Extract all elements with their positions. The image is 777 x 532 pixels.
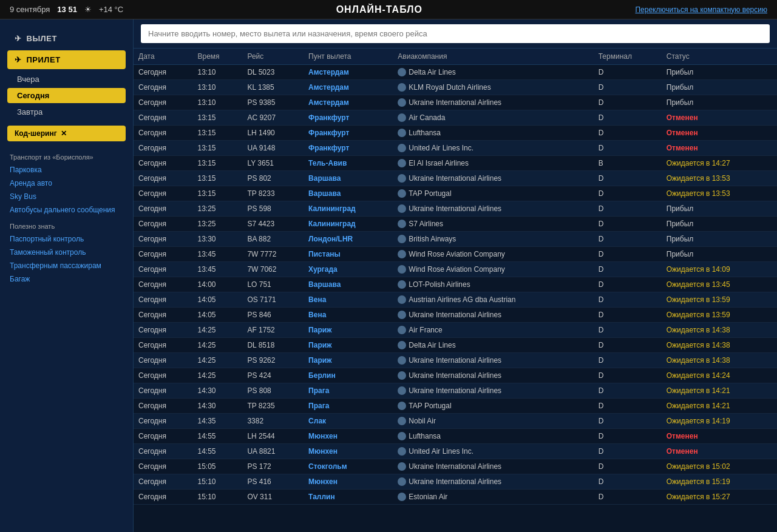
table-cell: UA 9148 (242, 141, 304, 156)
table-cell: Сегодня (134, 323, 192, 338)
table-cell: Ожидается в 14:38 (662, 353, 777, 368)
table-row[interactable]: Сегодня14:30PS 808ПрагаUkraine Internati… (134, 383, 777, 399)
table-row[interactable]: Сегодня13:25PS 598КалининградUkraine Int… (134, 201, 777, 217)
table-cell: Ожидается в 15:02 (662, 459, 777, 474)
arrival-button[interactable]: ✈ ПРИЛЕТ (7, 50, 126, 69)
table-row[interactable]: Сегодня14:55UA 8821МюнхенUnited Air Line… (134, 444, 777, 459)
airline-icon (398, 371, 406, 380)
table-cell: Сегодня (134, 383, 192, 399)
table-row[interactable]: Сегодня14:25AF 1752ПарижAir FranceDОжида… (134, 323, 777, 338)
table-cell: D (594, 171, 662, 186)
table-row[interactable]: Сегодня15:05PS 172СтокгольмUkraine Inter… (134, 459, 777, 474)
table-row[interactable]: Сегодня14:05OS 7171ВенаAustrian Airlines… (134, 292, 777, 308)
day-button[interactable]: Вчера (7, 72, 126, 87)
table-row[interactable]: Сегодня14:05PS 846ВенаUkraine Internatio… (134, 308, 777, 323)
info-link[interactable]: Таможенный контроль (0, 246, 133, 259)
table-cell: D (594, 459, 662, 474)
table-row[interactable]: Сегодня13:15TP 8233ВаршаваTAP PortugalDО… (134, 186, 777, 201)
table-row[interactable]: Сегодня14:00LO 751ВаршаваLOT-Polish Airl… (134, 277, 777, 292)
transport-section-title: Транспорт из «Борисполя» (0, 147, 133, 163)
table-row[interactable]: Сегодня13:457W 7062ХургадаWind Rose Avia… (134, 262, 777, 277)
table-row[interactable]: Сегодня13:15PS 802ВаршаваUkraine Interna… (134, 171, 777, 186)
info-link[interactable]: Трансферным пассажирам (0, 259, 133, 272)
table-cell: Стокгольм (304, 459, 393, 474)
table-row[interactable]: Сегодня14:353382СлакNobil AirDОжидается … (134, 414, 777, 429)
table-cell: Ожидается в 13:53 (662, 171, 777, 186)
table-cell: United Air Lines Inc. (393, 141, 593, 156)
table-row[interactable]: Сегодня14:25PS 424БерлинUkraine Internat… (134, 368, 777, 383)
table-cell: LH 1490 (242, 126, 304, 141)
airline-icon (398, 462, 406, 471)
transport-link[interactable]: Аренда авто (0, 177, 133, 190)
airline-icon (398, 341, 406, 349)
table-row[interactable]: Сегодня13:457W 7772ПистаныWind Rose Avia… (134, 247, 777, 262)
table-cell: Париж (304, 323, 393, 338)
table-row[interactable]: Сегодня15:10PS 416МюнхенUkraine Internat… (134, 474, 777, 490)
table-cell: D (594, 65, 662, 80)
table-cell: Сегодня (134, 262, 192, 277)
table-cell: D (594, 110, 662, 126)
transport-link[interactable]: Парковка (0, 163, 133, 177)
table-row[interactable]: Сегодня13:15UA 9148ФранкфуртUnited Air L… (134, 141, 777, 156)
table-row[interactable]: Сегодня13:15LH 1490ФранкфуртLufthansaDОт… (134, 126, 777, 141)
day-button[interactable]: Сегодня (7, 88, 126, 103)
table-cell: D (594, 338, 662, 353)
table-cell: PS 846 (242, 308, 304, 323)
column-header: Дата (134, 49, 192, 65)
table-row[interactable]: Сегодня13:30BA 882Лондон/LHRBritish Airw… (134, 232, 777, 247)
table-row[interactable]: Сегодня13:25S7 4423КалининградS7 Airline… (134, 217, 777, 232)
table-cell: D (594, 126, 662, 141)
table-cell: 13:10 (192, 95, 242, 110)
table-cell: Сегодня (134, 126, 192, 141)
table-cell: Отменен (662, 429, 777, 444)
table-cell: PS 808 (242, 383, 304, 399)
table-cell: Ukraine International Airlines (393, 368, 593, 383)
table-cell: D (594, 414, 662, 429)
table-cell: PS 9385 (242, 95, 304, 110)
table-row[interactable]: Сегодня13:10KL 1385АмстердамKLM Royal Du… (134, 80, 777, 95)
table-row[interactable]: Сегодня13:15LY 3651Тель-АвивEl Al Israel… (134, 156, 777, 171)
weather-icon: ☀ (84, 5, 92, 14)
table-cell: D (594, 292, 662, 308)
search-input[interactable] (141, 24, 770, 43)
table-row[interactable]: Сегодня13:15AC 9207ФранкфуртAir CanadaDО… (134, 110, 777, 126)
table-cell: Ожидается в 13:45 (662, 277, 777, 292)
table-cell: Хургада (304, 262, 393, 277)
table-cell: Estonian Air (393, 490, 593, 505)
info-link[interactable]: Багаж (0, 272, 133, 286)
table-row[interactable]: Сегодня13:10DL 5023АмстердамDelta Air Li… (134, 65, 777, 80)
table-cell: Отменен (662, 126, 777, 141)
table-cell: Delta Air Lines (393, 65, 593, 80)
table-cell: 13:15 (192, 141, 242, 156)
flights-table-container[interactable]: ДатаВремяРейсПунт вылетаАвиакомпанияТерм… (134, 49, 777, 532)
transport-link[interactable]: Автобусы дальнего сообщения (0, 203, 133, 217)
table-cell: Сегодня (134, 65, 192, 80)
compact-version-link[interactable]: Переключиться на компактную версию (635, 5, 767, 14)
table-row[interactable]: Сегодня14:25PS 9262ПарижUkraine Internat… (134, 353, 777, 368)
topbar: 9 сентября 13 51 ☀ +14 °С ОНЛАЙН-ТАБЛО П… (0, 0, 777, 19)
column-header: Пунт вылета (304, 49, 393, 65)
table-cell: AC 9207 (242, 110, 304, 126)
day-button[interactable]: Завтра (7, 104, 126, 120)
codeshare-button[interactable]: Код-шеринг ✕ (7, 126, 126, 141)
column-header: Терминал (594, 49, 662, 65)
table-row[interactable]: Сегодня13:10PS 9385АмстердамUkraine Inte… (134, 95, 777, 110)
table-cell: Сегодня (134, 353, 192, 368)
topbar-time: 13 51 (57, 5, 77, 14)
table-row[interactable]: Сегодня14:25DL 8518ПарижDelta Air LinesD… (134, 338, 777, 353)
table-cell: Ukraine International Airlines (393, 95, 593, 110)
table-cell: KLM Royal Dutch Airlines (393, 80, 593, 95)
table-cell: Ожидается в 15:19 (662, 474, 777, 490)
table-row[interactable]: Сегодня14:30TP 8235ПрагаTAP PortugalDОжи… (134, 399, 777, 414)
table-cell: Париж (304, 338, 393, 353)
table-cell: 14:30 (192, 383, 242, 399)
table-cell: Ожидается в 14:21 (662, 383, 777, 399)
departure-button[interactable]: ✈ ВЫЛЕТ (7, 29, 126, 48)
table-cell: Прибыл (662, 217, 777, 232)
table-row[interactable]: Сегодня14:55LH 2544МюнхенLufthansaDОтмен… (134, 429, 777, 444)
info-link[interactable]: Паспортный контроль (0, 232, 133, 246)
transport-link[interactable]: Sky Bus (0, 190, 133, 203)
table-cell: 15:10 (192, 490, 242, 505)
airline-icon (398, 356, 406, 365)
table-row[interactable]: Сегодня15:10OV 311ТаллинEstonian AirDОжи… (134, 490, 777, 505)
